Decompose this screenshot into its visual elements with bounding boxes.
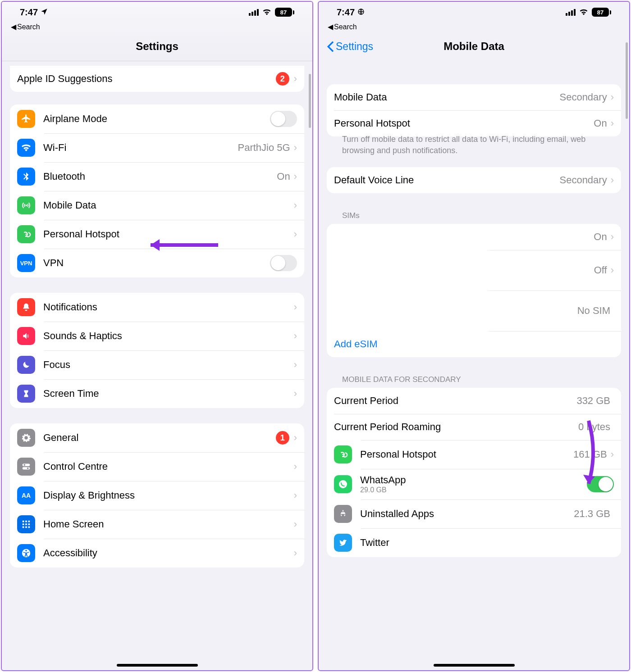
notifications-label: Notifications (43, 301, 294, 313)
chevron-right-icon: › (294, 301, 297, 313)
vpn-row[interactable]: VPN VPN (10, 249, 304, 277)
mobile-data-screen: 7:47 87 ◀ Search Settings Mobile Data (318, 1, 630, 671)
status-time: 7:47 (20, 7, 38, 18)
hotspot-setting-row[interactable]: Personal Hotspot On › (327, 110, 621, 136)
voice-line-row[interactable]: Default Voice Line Secondary › (327, 167, 621, 193)
mobile-data-footer: Turn off mobile data to restrict all dat… (327, 134, 621, 167)
bluetooth-row[interactable]: Bluetooth On › (10, 162, 304, 191)
nav-title: Mobile Data (444, 40, 504, 53)
svg-rect-4 (23, 521, 24, 522)
wifi-row[interactable]: Wi-Fi ParthJio 5G › (10, 133, 304, 162)
grid-icon (17, 515, 35, 533)
chevron-right-icon: › (611, 449, 614, 460)
roaming-row: Current Period Roaming 0 bytes (327, 414, 621, 440)
bluetooth-label: Bluetooth (43, 171, 277, 182)
screentime-row[interactable]: Screen Time › (10, 379, 304, 408)
hotspot-label: Personal Hotspot (43, 228, 294, 240)
wifi-settings-icon (17, 139, 35, 157)
twitter-row[interactable]: Twitter (327, 528, 621, 557)
chevron-right-icon: › (294, 432, 297, 444)
chevron-right-icon: › (294, 547, 297, 559)
general-row[interactable]: General 1 › (10, 423, 304, 452)
chevron-right-icon: › (294, 461, 297, 472)
back-triangle-icon: ◀ (328, 23, 333, 31)
sounds-row[interactable]: Sounds & Haptics › (10, 322, 304, 350)
usage-hotspot-row[interactable]: Personal Hotspot 161 GB › (327, 440, 621, 469)
chevron-right-icon: › (611, 264, 614, 276)
airplane-label: Airplane Mode (43, 113, 270, 125)
chevron-right-icon: › (611, 118, 614, 129)
bluetooth-value: On (277, 171, 290, 182)
accessibility-icon (17, 544, 35, 562)
status-bar: 7:47 87 (2, 2, 312, 23)
chevron-right-icon: › (294, 200, 297, 211)
home-indicator[interactable] (117, 664, 198, 667)
svg-rect-8 (25, 523, 27, 525)
sim1-value: On (594, 231, 607, 243)
redacted-area (330, 227, 488, 339)
hourglass-icon (17, 385, 35, 403)
whatsapp-toggle[interactable] (587, 476, 614, 492)
back-to-search[interactable]: ◀ Search (319, 23, 629, 34)
chevron-right-icon: › (611, 174, 614, 186)
chevron-right-icon: › (294, 228, 297, 240)
chevron-right-icon: › (611, 91, 614, 103)
whatsapp-sub: 29.0 GB (360, 486, 587, 494)
mobile-data-row[interactable]: Mobile Data › (10, 191, 304, 220)
twitter-icon (334, 534, 352, 552)
uninstalled-value: 21.3 GB (574, 508, 610, 520)
status-time: 7:47 (337, 7, 355, 18)
apple-id-label: Apple ID Suggestions (17, 73, 276, 85)
control-centre-row[interactable]: Control Centre › (10, 452, 304, 481)
chevron-right-icon: › (294, 330, 297, 342)
bell-icon (17, 298, 35, 316)
mobile-data-setting-row[interactable]: Mobile Data Secondary › (327, 84, 621, 110)
voice-label: Default Voice Line (334, 174, 559, 186)
svg-rect-11 (25, 527, 27, 528)
sounds-label: Sounds & Haptics (43, 330, 294, 342)
display-row[interactable]: AA Display & Brightness › (10, 481, 304, 510)
focus-row[interactable]: Focus › (10, 350, 304, 379)
period-label: Current Period (334, 395, 576, 407)
settings-screen: 7:47 87 ◀ Search Settings (1, 1, 313, 671)
gear-icon (17, 429, 35, 447)
globe-icon (357, 7, 365, 18)
focus-label: Focus (43, 359, 294, 371)
mobile-data-label: Mobile Data (43, 200, 294, 211)
whatsapp-row[interactable]: WhatsApp 29.0 GB (327, 469, 621, 499)
home-screen-row[interactable]: Home Screen › (10, 510, 304, 539)
back-to-search[interactable]: ◀ Search (2, 23, 312, 34)
nav-back-button[interactable]: Settings (327, 41, 373, 53)
period-value: 332 GB (576, 395, 610, 407)
chevron-left-icon (327, 41, 334, 52)
scrollbar[interactable] (309, 74, 311, 128)
apple-id-suggestions-row[interactable]: Apple ID Suggestions 2 › (10, 66, 304, 92)
toggles-icon (17, 458, 35, 476)
whatsapp-label: WhatsApp (360, 474, 587, 486)
mobile-data-value: Secondary (559, 91, 607, 103)
moon-icon (17, 356, 35, 374)
signal-icon (249, 9, 259, 16)
hotspot-value: On (594, 118, 607, 129)
sim2-value: Off (594, 264, 607, 276)
scrollbar[interactable] (626, 42, 628, 119)
accessibility-row[interactable]: Accessibility › (10, 539, 304, 568)
general-label: General (43, 432, 276, 444)
airplane-toggle[interactable] (270, 111, 297, 127)
vpn-icon: VPN (17, 254, 35, 272)
uninstalled-row[interactable]: Uninstalled Apps 21.3 GB (327, 499, 621, 528)
vpn-toggle[interactable] (270, 255, 297, 271)
svg-rect-5 (25, 521, 27, 522)
svg-rect-6 (28, 521, 30, 522)
display-label: Display & Brightness (43, 490, 294, 501)
badge: 1 (276, 431, 289, 445)
home-indicator[interactable] (434, 664, 515, 667)
hotspot-icon (334, 445, 352, 463)
notifications-row[interactable]: Notifications › (10, 293, 304, 322)
search-label: Search (17, 23, 40, 31)
hotspot-row[interactable]: Personal Hotspot › (10, 220, 304, 249)
roaming-value: 0 bytes (578, 421, 610, 433)
airplane-mode-row[interactable]: Airplane Mode (10, 104, 304, 133)
chevron-right-icon: › (294, 388, 297, 400)
usage-hotspot-value: 161 GB (573, 449, 607, 460)
